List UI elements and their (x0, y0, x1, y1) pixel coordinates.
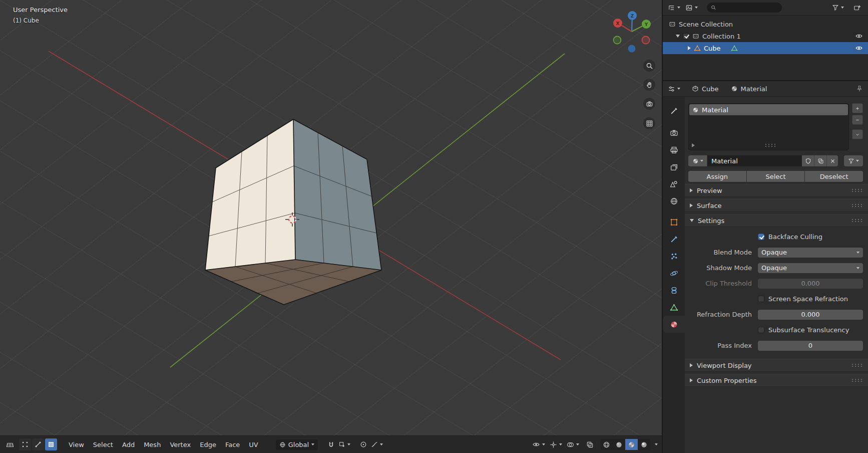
zoom-button[interactable] (643, 60, 655, 72)
scene-canvas[interactable] (0, 0, 662, 453)
tab-scene[interactable] (663, 175, 685, 192)
tab-physics[interactable] (663, 265, 685, 282)
material-slot-list[interactable]: Material (688, 103, 849, 150)
snap-toggle-button[interactable] (325, 438, 337, 450)
menu-view[interactable]: View (64, 439, 89, 450)
proportional-editing-toggle[interactable] (357, 438, 369, 450)
menu-vertex[interactable]: Vertex (165, 439, 195, 450)
shading-wireframe-button[interactable] (600, 439, 613, 450)
object-visibility-dropdown[interactable] (532, 440, 545, 448)
breadcrumb-object[interactable]: Cube (702, 85, 719, 93)
properties-editor-type-button[interactable] (668, 85, 680, 93)
material-link-dropdown[interactable] (844, 155, 863, 166)
panel-preview[interactable]: Preview (685, 184, 868, 197)
blend-mode-dropdown[interactable]: Opaque (758, 248, 863, 258)
screen-space-refraction-checkbox[interactable] (758, 296, 764, 302)
eye-icon[interactable] (855, 44, 863, 52)
outliner-display-mode-dropdown[interactable] (685, 4, 698, 12)
cube-object[interactable] (205, 119, 381, 305)
gizmo-neg-x-ball[interactable] (642, 37, 650, 44)
vertex-select-mode-button[interactable] (19, 438, 31, 450)
refraction-depth-field[interactable]: 0.000 (758, 310, 863, 320)
toggle-ortho-button[interactable] (643, 117, 655, 129)
tab-render[interactable] (663, 124, 685, 141)
shading-solid-button[interactable] (613, 439, 625, 450)
outliner-row-cube[interactable]: Cube (663, 42, 868, 54)
collection-exclude-checkbox[interactable] (683, 33, 689, 40)
panel-viewport-display[interactable]: Viewport Display (685, 359, 868, 372)
subsurface-translucency-checkbox[interactable] (758, 327, 764, 333)
material-name-field[interactable] (707, 155, 802, 166)
editor-type-button[interactable] (4, 438, 16, 450)
menu-mesh[interactable]: Mesh (139, 439, 165, 450)
gizmo-neg-z-ball[interactable] (628, 45, 636, 53)
pan-button[interactable] (643, 79, 655, 91)
shading-material-preview-button[interactable] (625, 439, 638, 450)
panel-grip[interactable] (851, 378, 863, 382)
pass-index-field[interactable]: 0 (758, 341, 863, 351)
tab-particles[interactable] (663, 248, 685, 265)
viewport-3d[interactable]: User Perspective (1) Cube Z X Y (0, 0, 662, 453)
outliner-filter-dropdown[interactable] (832, 4, 844, 11)
new-collection-button[interactable] (851, 2, 863, 14)
cube-face-right[interactable] (293, 119, 381, 270)
tab-tool[interactable] (663, 102, 685, 119)
outliner-search[interactable] (707, 3, 782, 13)
gizmo-neg-y-ball[interactable] (614, 37, 621, 44)
outliner-editor-type-button[interactable] (668, 4, 680, 12)
gizmos-dropdown[interactable] (550, 441, 562, 448)
assign-button[interactable]: Assign (688, 171, 746, 182)
list-filter-toggle-icon[interactable] (692, 143, 695, 147)
menu-uv[interactable]: UV (244, 439, 262, 450)
tab-world[interactable] (663, 192, 685, 209)
backface-culling-checkbox[interactable] (758, 234, 764, 240)
tab-object-data[interactable] (663, 299, 685, 316)
camera-view-button[interactable] (643, 98, 655, 110)
panel-surface[interactable]: Surface (685, 199, 868, 212)
menu-face[interactable]: Face (221, 439, 244, 450)
transform-orientation-dropdown[interactable]: Global (276, 439, 318, 450)
tab-material[interactable] (663, 316, 685, 333)
deselect-button[interactable]: Deselect (805, 171, 863, 182)
tab-modifiers[interactable] (663, 231, 685, 248)
breadcrumb-data[interactable]: Material (741, 85, 767, 93)
snap-settings-dropdown[interactable] (338, 441, 350, 448)
remove-slot-button[interactable] (852, 115, 863, 125)
panel-custom-properties[interactable]: Custom Properties (685, 374, 868, 387)
add-slot-button[interactable] (852, 103, 863, 113)
panel-grip[interactable] (851, 218, 863, 222)
material-slot-item[interactable]: Material (689, 104, 848, 115)
tab-constraints[interactable] (663, 282, 685, 299)
xray-toggle[interactable] (584, 438, 596, 450)
disclosure-open-icon[interactable] (676, 35, 680, 38)
panel-settings[interactable]: Settings (685, 214, 868, 227)
cube-face-left[interactable] (205, 119, 295, 270)
new-material-button[interactable] (814, 155, 827, 166)
outliner-row-collection-1[interactable]: Collection 1 (663, 30, 868, 42)
outliner-row-scene-collection[interactable]: Scene Collection (663, 18, 868, 30)
select-button[interactable]: Select (747, 171, 805, 182)
overlays-dropdown[interactable] (567, 441, 579, 448)
shading-rendered-button[interactable] (638, 439, 650, 450)
outliner-search-input[interactable] (719, 4, 778, 12)
disclosure-closed-icon[interactable] (688, 46, 691, 50)
panel-grip[interactable] (851, 363, 863, 367)
browse-material-button[interactable] (688, 155, 707, 166)
eye-icon[interactable] (855, 32, 863, 40)
proportional-falloff-dropdown[interactable] (371, 441, 383, 448)
shading-dropdown[interactable] (655, 443, 658, 445)
unlink-material-button[interactable] (827, 155, 838, 166)
face-select-mode-button[interactable] (45, 438, 57, 450)
shadow-mode-dropdown[interactable]: Opaque (758, 263, 863, 273)
pin-icon[interactable] (856, 85, 863, 92)
slot-specials-button[interactable] (852, 129, 863, 139)
panel-grip[interactable] (851, 188, 863, 192)
list-resize-grip[interactable] (764, 143, 776, 147)
navigation-gizmo[interactable]: Z X Y (609, 9, 654, 54)
panel-grip[interactable] (851, 203, 863, 207)
edge-select-mode-button[interactable] (32, 438, 44, 450)
menu-add[interactable]: Add (118, 439, 139, 450)
tab-output[interactable] (663, 141, 685, 158)
menu-select[interactable]: Select (89, 439, 118, 450)
fake-user-toggle[interactable] (802, 155, 814, 166)
